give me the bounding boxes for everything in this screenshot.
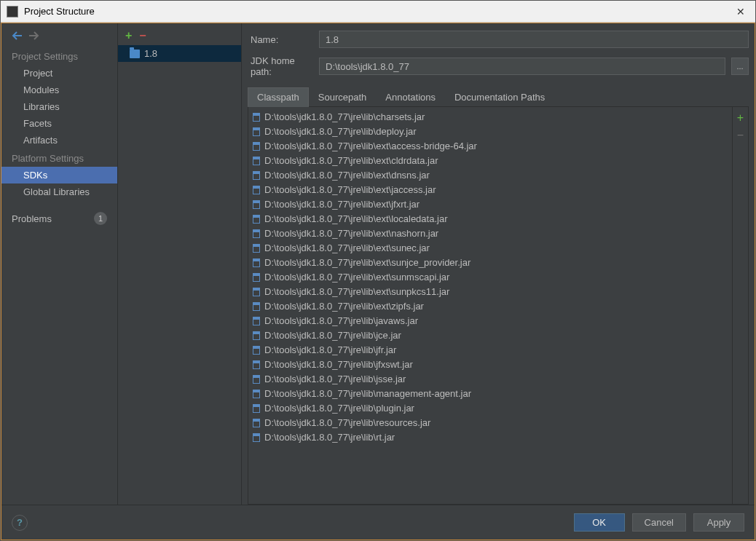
- content-area: Project Settings ProjectModulesLibraries…: [1, 23, 755, 540]
- classpath-item[interactable]: D:\tools\jdk1.8.0_77\jre\lib\jfxswt.jar: [248, 358, 732, 372]
- nav-item-global-libraries[interactable]: Global Libraries: [1, 183, 117, 200]
- classpath-item[interactable]: D:\tools\jdk1.8.0_77\jre\lib\ext\jfxrt.j…: [248, 197, 732, 212]
- nav-problems[interactable]: Problems 1: [1, 209, 117, 228]
- tab-documentation-paths[interactable]: Documentation Paths: [445, 87, 554, 106]
- remove-sdk-button[interactable]: −: [139, 29, 146, 42]
- classpath-item[interactable]: D:\tools\jdk1.8.0_77\jre\lib\ext\localed…: [248, 212, 732, 226]
- classpath-item[interactable]: D:\tools\jdk1.8.0_77\jre\lib\ext\sunmsca…: [248, 270, 732, 285]
- tab-classpath[interactable]: Classpath: [248, 87, 309, 107]
- classpath-item[interactable]: D:\tools\jdk1.8.0_77\jre\lib\jsse.jar: [248, 372, 732, 387]
- nav-item-modules[interactable]: Modules: [1, 82, 117, 98]
- classpath-item[interactable]: D:\tools\jdk1.8.0_77\jre\lib\jfr.jar: [248, 343, 732, 358]
- nav-item-project[interactable]: Project: [1, 65, 117, 82]
- help-button[interactable]: ?: [12, 515, 28, 531]
- tab-sourcepath[interactable]: Sourcepath: [309, 87, 377, 106]
- bottom-bar: ? OK Cancel Apply: [1, 505, 755, 540]
- classpath-item[interactable]: D:\tools\jdk1.8.0_77\jre\lib\javaws.jar: [248, 314, 732, 328]
- jar-icon: [253, 404, 260, 413]
- close-button[interactable]: ✕: [732, 6, 749, 17]
- classpath-item[interactable]: D:\tools\jdk1.8.0_77\jre\lib\rt.jar: [248, 430, 732, 445]
- titlebar: Project Structure ✕: [1, 1, 755, 23]
- section-project-settings: Project Settings: [1, 47, 117, 65]
- classpath-item-path: D:\tools\jdk1.8.0_77\jre\lib\deploy.jar: [264, 125, 417, 138]
- cancel-button[interactable]: Cancel: [632, 513, 686, 532]
- classpath-item[interactable]: D:\tools\jdk1.8.0_77\jre\lib\ext\dnsns.j…: [248, 168, 732, 183]
- classpath-item-path: D:\tools\jdk1.8.0_77\jre\lib\management-…: [264, 387, 471, 400]
- classpath-item[interactable]: D:\tools\jdk1.8.0_77\jre\lib\charsets.ja…: [248, 110, 732, 125]
- jar-icon: [253, 127, 260, 136]
- project-structure-window: Project Structure ✕ Project Settings Pro…: [0, 0, 756, 541]
- classpath-item-path: D:\tools\jdk1.8.0_77\jre\lib\ext\cldrdat…: [264, 154, 438, 167]
- classpath-item[interactable]: D:\tools\jdk1.8.0_77\jre\lib\deploy.jar: [248, 125, 732, 139]
- classpath-panel: D:\tools\jdk1.8.0_77\jre\lib\charsets.ja…: [248, 107, 749, 505]
- jar-icon: [253, 433, 260, 442]
- home-path-input[interactable]: [319, 58, 725, 75]
- jar-icon: [253, 317, 260, 325]
- classpath-item[interactable]: D:\tools\jdk1.8.0_77\jre\lib\ext\zipfs.j…: [248, 299, 732, 314]
- jar-icon: [253, 215, 260, 224]
- sdk-tabs: ClasspathSourcepathAnnotationsDocumentat…: [248, 87, 749, 107]
- classpath-item-path: D:\tools\jdk1.8.0_77\jre\lib\ext\sunjce_…: [264, 256, 470, 269]
- classpath-item-path: D:\tools\jdk1.8.0_77\jre\lib\ext\sunpkcs…: [264, 285, 449, 299]
- classpath-item-path: D:\tools\jdk1.8.0_77\jre\lib\jfr.jar: [264, 344, 396, 357]
- sdk-list-item[interactable]: 1.8: [118, 45, 241, 62]
- browse-home-button[interactable]: ...: [731, 58, 749, 75]
- ok-button[interactable]: OK: [574, 513, 625, 532]
- jar-icon: [253, 258, 260, 267]
- nav-item-facets[interactable]: Facets: [1, 115, 117, 132]
- classpath-item[interactable]: D:\tools\jdk1.8.0_77\jre\lib\ext\sunpkcs…: [248, 285, 732, 299]
- classpath-item-path: D:\tools\jdk1.8.0_77\jre\lib\ext\jfxrt.j…: [264, 198, 420, 211]
- classpath-item-path: D:\tools\jdk1.8.0_77\jre\lib\charsets.ja…: [264, 111, 425, 124]
- jar-icon: [253, 375, 260, 384]
- sdk-name: 1.8: [144, 48, 157, 59]
- jar-icon: [253, 113, 260, 122]
- classpath-item-path: D:\tools\jdk1.8.0_77\jre\lib\javaws.jar: [264, 315, 418, 328]
- classpath-item-path: D:\tools\jdk1.8.0_77\jre\lib\ext\sunmsca…: [264, 271, 449, 284]
- jar-icon: [253, 200, 260, 209]
- classpath-item[interactable]: D:\tools\jdk1.8.0_77\jre\lib\ext\cldrdat…: [248, 154, 732, 168]
- sdk-list-panel: + − 1.8: [118, 23, 242, 505]
- classpath-item[interactable]: D:\tools\jdk1.8.0_77\jre\lib\plugin.jar: [248, 401, 732, 416]
- remove-classpath-button[interactable]: −: [737, 129, 744, 142]
- jar-icon: [253, 346, 260, 355]
- section-platform-settings: Platform Settings: [1, 149, 117, 167]
- classpath-item-path: D:\tools\jdk1.8.0_77\jre\lib\ext\sunec.j…: [264, 242, 430, 255]
- tab-annotations[interactable]: Annotations: [376, 87, 445, 106]
- nav-item-libraries[interactable]: Libraries: [1, 98, 117, 115]
- classpath-item[interactable]: D:\tools\jdk1.8.0_77\jre\lib\jce.jar: [248, 328, 732, 343]
- apply-button[interactable]: Apply: [693, 513, 744, 532]
- forward-icon[interactable]: [28, 31, 39, 41]
- name-input[interactable]: [319, 31, 749, 48]
- jar-icon: [253, 360, 260, 369]
- jar-icon: [253, 419, 260, 427]
- problems-label: Problems: [12, 213, 52, 224]
- folder-icon: [130, 50, 140, 58]
- add-classpath-button[interactable]: +: [737, 111, 744, 125]
- jar-icon: [253, 390, 260, 398]
- jar-icon: [253, 331, 260, 340]
- classpath-item[interactable]: D:\tools\jdk1.8.0_77\jre\lib\ext\jaccess…: [248, 183, 732, 197]
- back-icon[interactable]: [12, 31, 23, 41]
- jar-icon: [253, 302, 260, 311]
- app-icon: [7, 6, 18, 17]
- classpath-item[interactable]: D:\tools\jdk1.8.0_77\jre\lib\ext\sunjce_…: [248, 256, 732, 270]
- jar-icon: [253, 157, 260, 165]
- jar-icon: [253, 288, 260, 296]
- add-sdk-button[interactable]: +: [125, 29, 132, 42]
- classpath-item[interactable]: D:\tools\jdk1.8.0_77\jre\lib\management-…: [248, 387, 732, 401]
- home-path-label: JDK home path:: [248, 55, 313, 77]
- classpath-item-path: D:\tools\jdk1.8.0_77\jre\lib\ext\localed…: [264, 213, 447, 226]
- window-title: Project Structure: [24, 6, 95, 17]
- nav-item-sdks[interactable]: SDKs: [1, 167, 117, 183]
- classpath-item[interactable]: D:\tools\jdk1.8.0_77\jre\lib\ext\nashorn…: [248, 226, 732, 241]
- nav-item-artifacts[interactable]: Artifacts: [1, 132, 117, 149]
- classpath-item[interactable]: D:\tools\jdk1.8.0_77\jre\lib\ext\access-…: [248, 139, 732, 154]
- classpath-item-path: D:\tools\jdk1.8.0_77\jre\lib\jce.jar: [264, 329, 401, 342]
- classpath-item[interactable]: D:\tools\jdk1.8.0_77\jre\lib\resources.j…: [248, 416, 732, 430]
- jar-icon: [253, 186, 260, 194]
- jar-icon: [253, 171, 260, 180]
- classpath-item-path: D:\tools\jdk1.8.0_77\jre\lib\resources.j…: [264, 416, 430, 430]
- classpath-item[interactable]: D:\tools\jdk1.8.0_77\jre\lib\ext\sunec.j…: [248, 241, 732, 256]
- classpath-list[interactable]: D:\tools\jdk1.8.0_77\jre\lib\charsets.ja…: [248, 107, 732, 504]
- sdk-detail-panel: Name: JDK home path: ... ClasspathSource…: [242, 23, 755, 505]
